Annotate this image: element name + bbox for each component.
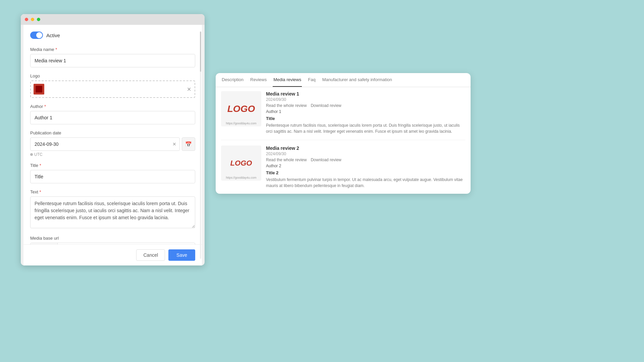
text-textarea[interactable]: Pellentesque rutrum facilisis risus, sce… <box>30 196 195 228</box>
title-label: Title * <box>30 163 195 168</box>
tab-faq[interactable]: Faq <box>307 73 316 87</box>
date-clear-button[interactable]: ✕ <box>172 141 176 147</box>
tab-manufacturer[interactable]: Manufacturer and safety information <box>322 73 393 87</box>
logo-upload-area[interactable]: ✕ <box>30 80 195 98</box>
review-logo-url-2: https://goodday4u.com <box>226 176 256 179</box>
utc-dot <box>30 153 33 156</box>
active-toggle[interactable] <box>30 32 43 39</box>
media-base-url-label: Media base url <box>30 236 195 241</box>
media-name-label: Media name * <box>30 47 195 52</box>
minimize-window-button[interactable] <box>31 18 34 21</box>
review-link-download-2[interactable]: Download review <box>311 158 341 162</box>
scrollbar-track <box>200 32 201 259</box>
author-group: Author * <box>30 104 195 124</box>
preview-window: Description Reviews Media reviews Faq Ma… <box>216 73 471 194</box>
review-title-1: Title <box>266 116 465 121</box>
review-item: LOGO https://goodday4u.com Media review … <box>221 145 465 194</box>
form-footer: Cancel Save <box>23 244 202 265</box>
utc-hint: UTC <box>30 152 195 157</box>
review-links-2: Read the whole review Download review <box>266 158 465 162</box>
review-author-1: Author 1 <box>266 109 465 114</box>
publication-date-label: Publication date <box>30 130 195 135</box>
tab-media-reviews[interactable]: Media reviews <box>273 73 302 87</box>
active-toggle-row: Active <box>30 32 195 39</box>
author-label: Author * <box>30 104 195 109</box>
review-link-download-1[interactable]: Download review <box>311 103 341 108</box>
date-calendar-button[interactable]: 📅 <box>182 137 195 151</box>
review-link-whole-2[interactable]: Read the whole review <box>266 158 307 162</box>
form-window: Active Media name * Logo ✕ <box>21 14 205 265</box>
review-name-1: Media review 1 <box>266 91 465 97</box>
date-input-wrapper: ✕ <box>30 137 180 151</box>
media-name-input[interactable] <box>30 54 195 67</box>
review-links-1: Read the whole review Download review <box>266 103 465 108</box>
review-logo-text-2: LOGO <box>230 160 252 167</box>
cancel-button[interactable]: Cancel <box>136 249 165 261</box>
review-logo-box-2: LOGO https://goodday4u.com <box>221 145 261 181</box>
review-title-2: Title 2 <box>266 170 465 175</box>
form-scroll-area: Active Media name * Logo ✕ <box>23 25 202 265</box>
logo-group: Logo ✕ <box>30 73 195 98</box>
review-name-2: Media review 2 <box>266 145 465 151</box>
preview-tabs: Description Reviews Media reviews Faq Ma… <box>216 73 471 87</box>
date-input[interactable] <box>30 137 180 151</box>
active-toggle-label: Active <box>46 33 60 38</box>
review-date-1: 2024/09/30 <box>266 97 465 102</box>
review-date-2: 2024/09/30 <box>266 152 465 156</box>
logo-label: Logo <box>30 73 195 78</box>
title-input[interactable] <box>30 170 195 183</box>
review-link-whole-1[interactable]: Read the whole review <box>266 103 307 108</box>
tab-description[interactable]: Description <box>221 73 244 87</box>
review-logo-url-1: https://goodday4u.com <box>226 122 256 125</box>
review-author-2: Author 2 <box>266 164 465 168</box>
review-meta-1: Media review 1 2024/09/30 Read the whole… <box>266 91 465 134</box>
date-input-row: ✕ 📅 <box>30 137 195 151</box>
logo-thumbnail-inner <box>36 86 42 93</box>
window-titlebar <box>21 14 205 25</box>
author-input[interactable] <box>30 111 195 124</box>
media-name-group: Media name * <box>30 47 195 67</box>
save-button[interactable]: Save <box>168 249 195 261</box>
title-group: Title * <box>30 163 195 183</box>
review-body-2: Vestibulum fermentum pulvinar turpis in … <box>266 177 465 189</box>
review-logo-box-1: LOGO https://goodday4u.com <box>221 91 261 126</box>
review-item: LOGO https://goodday4u.com Media review … <box>221 91 465 140</box>
review-logo-text-1: LOGO <box>227 104 255 114</box>
text-group: Text * Pellentesque rutrum facilisis ris… <box>30 189 195 230</box>
logo-thumbnail <box>34 84 44 95</box>
review-meta-2: Media review 2 2024/09/30 Read the whole… <box>266 145 465 189</box>
review-body-1: Pellentesque rutrum facilisis risus, sce… <box>266 122 465 134</box>
maximize-window-button[interactable] <box>37 18 40 21</box>
tab-reviews[interactable]: Reviews <box>250 73 267 87</box>
form-content: Active Media name * Logo ✕ <box>23 25 202 265</box>
publication-date-group: Publication date ✕ 📅 UTC <box>30 130 195 157</box>
scrollbar-thumb[interactable] <box>200 32 201 72</box>
text-label: Text * <box>30 189 195 194</box>
close-window-button[interactable] <box>25 18 28 21</box>
logo-remove-button[interactable]: ✕ <box>187 86 191 93</box>
reviews-list: LOGO https://goodday4u.com Media review … <box>216 87 471 194</box>
